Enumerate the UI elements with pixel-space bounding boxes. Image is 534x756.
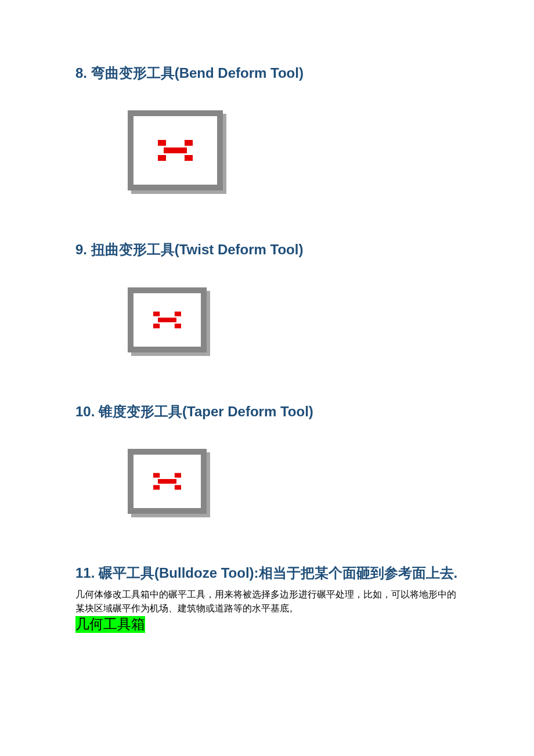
svg-rect-5 bbox=[153, 311, 160, 316]
section-10-heading: 10. 锥度变形工具(Taper Deform Tool) bbox=[75, 402, 459, 421]
section-8-image-placeholder bbox=[128, 110, 459, 190]
svg-rect-7 bbox=[158, 318, 176, 322]
section-8: 8. 弯曲变形工具(Bend Deform Tool) bbox=[75, 64, 459, 190]
svg-rect-12 bbox=[158, 479, 176, 484]
broken-image-x-icon bbox=[153, 473, 181, 490]
section-9-heading: 9. 扭曲变形工具(Twist Deform Tool) bbox=[75, 240, 459, 259]
section-11: 11. 碾平工具(Bulldoze Tool):相当于把某个面砸到参考面上去. … bbox=[75, 564, 459, 633]
svg-rect-14 bbox=[175, 485, 181, 490]
section-10-image-placeholder bbox=[128, 449, 459, 514]
broken-image-icon bbox=[128, 110, 223, 190]
svg-rect-11 bbox=[175, 473, 181, 478]
svg-rect-3 bbox=[158, 155, 166, 161]
section-11-body: 几何体修改工具箱中的碾平工具，用来将被选择多边形进行碾平处理，比如，可以将地形中… bbox=[75, 588, 459, 617]
broken-image-x-icon bbox=[153, 311, 181, 329]
section-11-heading: 11. 碾平工具(Bulldoze Tool):相当于把某个面砸到参考面上去. bbox=[75, 564, 459, 582]
svg-rect-10 bbox=[153, 473, 160, 478]
section-8-heading: 8. 弯曲变形工具(Bend Deform Tool) bbox=[75, 64, 459, 82]
svg-rect-6 bbox=[175, 311, 181, 316]
section-10: 10. 锥度变形工具(Taper Deform Tool) bbox=[75, 402, 459, 514]
svg-rect-0 bbox=[158, 140, 166, 146]
section-11-highlight: 几何工具箱 bbox=[75, 616, 145, 633]
svg-rect-4 bbox=[185, 155, 193, 161]
svg-rect-2 bbox=[164, 147, 187, 153]
svg-rect-9 bbox=[175, 323, 181, 328]
broken-image-icon bbox=[128, 449, 207, 514]
section-9-image-placeholder bbox=[128, 287, 459, 352]
svg-rect-1 bbox=[185, 140, 193, 146]
broken-image-x-icon bbox=[158, 140, 193, 161]
section-9: 9. 扭曲变形工具(Twist Deform Tool) bbox=[75, 240, 459, 352]
svg-rect-8 bbox=[153, 323, 160, 328]
document-page: 8. 弯曲变形工具(Bend Deform Tool) 9. 扭曲变形工具(Tw… bbox=[0, 0, 534, 633]
broken-image-icon bbox=[128, 287, 207, 352]
svg-rect-13 bbox=[153, 485, 160, 490]
